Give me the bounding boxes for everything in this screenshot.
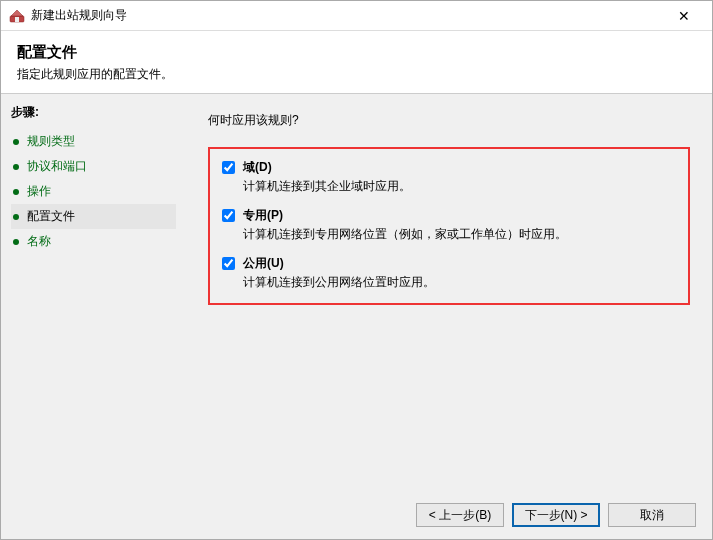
- step-item-3[interactable]: 配置文件: [11, 204, 176, 229]
- bullet-icon: [13, 239, 19, 245]
- step-item-2[interactable]: 操作: [11, 179, 176, 204]
- wizard-footer: < 上一步(B) 下一步(N) > 取消: [1, 491, 712, 539]
- option-label: 域(D): [243, 159, 272, 176]
- step-label: 名称: [27, 233, 51, 250]
- main-area: 步骤: 规则类型协议和端口操作配置文件名称 何时应用该规则? 域(D)计算机连接…: [1, 94, 712, 491]
- option-description: 计算机连接到公用网络位置时应用。: [243, 274, 676, 291]
- options-list: 域(D)计算机连接到其企业域时应用。专用(P)计算机连接到专用网络位置（例如，家…: [222, 159, 676, 291]
- page-subtitle: 指定此规则应用的配置文件。: [17, 66, 696, 83]
- profile-option-2: 公用(U)计算机连接到公用网络位置时应用。: [222, 255, 676, 291]
- titlebar: 新建出站规则向导 ✕: [1, 1, 712, 31]
- option-row: 域(D): [222, 159, 676, 176]
- profile-option-1: 专用(P)计算机连接到专用网络位置（例如，家或工作单位）时应用。: [222, 207, 676, 243]
- option-label: 专用(P): [243, 207, 283, 224]
- next-button[interactable]: 下一步(N) >: [512, 503, 600, 527]
- step-item-1[interactable]: 协议和端口: [11, 154, 176, 179]
- steps-heading: 步骤:: [11, 104, 176, 121]
- option-checkbox-0[interactable]: [222, 161, 235, 174]
- option-checkbox-1[interactable]: [222, 209, 235, 222]
- step-item-0[interactable]: 规则类型: [11, 129, 176, 154]
- option-label: 公用(U): [243, 255, 284, 272]
- bullet-icon: [13, 164, 19, 170]
- options-highlight-box: 域(D)计算机连接到其企业域时应用。专用(P)计算机连接到专用网络位置（例如，家…: [208, 147, 690, 305]
- cancel-button[interactable]: 取消: [608, 503, 696, 527]
- close-icon: ✕: [678, 8, 690, 24]
- step-item-4[interactable]: 名称: [11, 229, 176, 254]
- close-button[interactable]: ✕: [664, 1, 704, 30]
- wizard-header: 配置文件 指定此规则应用的配置文件。: [1, 31, 712, 94]
- back-button[interactable]: < 上一步(B): [416, 503, 504, 527]
- window-title: 新建出站规则向导: [31, 7, 664, 24]
- bullet-icon: [13, 139, 19, 145]
- steps-sidebar: 步骤: 规则类型协议和端口操作配置文件名称: [1, 94, 186, 491]
- option-row: 专用(P): [222, 207, 676, 224]
- option-checkbox-2[interactable]: [222, 257, 235, 270]
- content-pane: 何时应用该规则? 域(D)计算机连接到其企业域时应用。专用(P)计算机连接到专用…: [186, 94, 712, 491]
- bullet-icon: [13, 189, 19, 195]
- option-description: 计算机连接到其企业域时应用。: [243, 178, 676, 195]
- step-label: 规则类型: [27, 133, 75, 150]
- step-label: 配置文件: [27, 208, 75, 225]
- steps-list: 规则类型协议和端口操作配置文件名称: [11, 129, 176, 254]
- question-text: 何时应用该规则?: [208, 112, 690, 129]
- option-description: 计算机连接到专用网络位置（例如，家或工作单位）时应用。: [243, 226, 676, 243]
- option-row: 公用(U): [222, 255, 676, 272]
- bullet-icon: [13, 214, 19, 220]
- step-label: 协议和端口: [27, 158, 87, 175]
- app-icon: [9, 8, 25, 24]
- step-label: 操作: [27, 183, 51, 200]
- svg-rect-1: [15, 17, 19, 22]
- profile-option-0: 域(D)计算机连接到其企业域时应用。: [222, 159, 676, 195]
- page-title: 配置文件: [17, 43, 696, 62]
